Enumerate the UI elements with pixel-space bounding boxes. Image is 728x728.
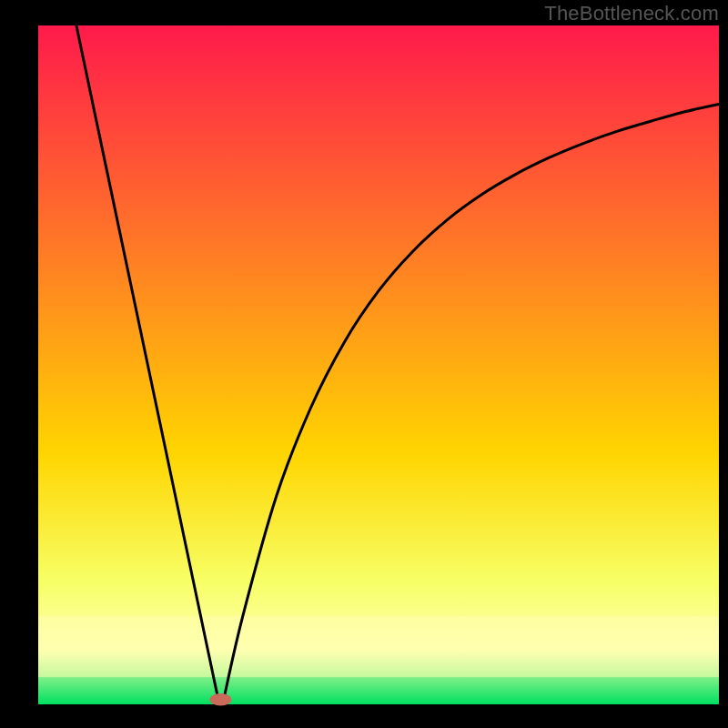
minimum-marker bbox=[209, 693, 231, 705]
chart-frame: TheBottleneck.com bbox=[0, 0, 728, 728]
plot-background bbox=[38, 25, 719, 704]
highlight-band bbox=[38, 616, 719, 677]
chart-svg bbox=[0, 0, 728, 728]
